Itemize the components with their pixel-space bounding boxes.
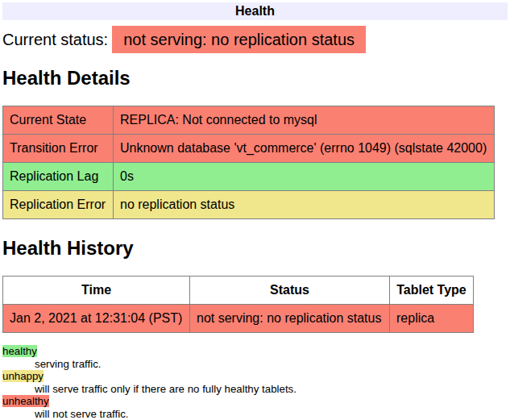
detail-row-current-state: Current State REPLICA: Not connected to … <box>3 106 495 135</box>
current-status-line: Current status:not serving: no replicati… <box>2 31 508 49</box>
health-history-table: Time Status Tablet Type Jan 2, 2021 at 1… <box>2 276 474 333</box>
page-title: Health <box>235 4 275 18</box>
detail-value: REPLICA: Not connected to mysql <box>114 106 495 135</box>
detail-label: Transition Error <box>3 135 114 163</box>
legend-term-unhappy: unhappy <box>2 370 44 382</box>
column-header-time: Time <box>3 277 190 305</box>
health-details-heading: Health Details <box>2 67 508 89</box>
history-tablet-type: replica <box>390 305 474 333</box>
legend-description-unhealthy: will not serve traffic. <box>35 408 508 420</box>
legend-term-unhealthy: unhealthy <box>2 395 49 407</box>
detail-label: Replication Lag <box>3 163 114 191</box>
detail-value: 0s <box>114 163 495 191</box>
column-header-tablet-type: Tablet Type <box>390 277 474 305</box>
legend-term-row: unhealthy <box>2 395 508 408</box>
history-status: not serving: no replication status <box>190 305 390 333</box>
health-details-table: Current State REPLICA: Not connected to … <box>2 106 495 219</box>
detail-label: Replication Error <box>3 191 114 219</box>
column-header-status: Status <box>190 277 390 305</box>
detail-row-replication-lag: Replication Lag 0s <box>3 163 495 191</box>
legend-term-row: healthy <box>2 345 508 358</box>
current-status-label: Current status: <box>2 31 108 48</box>
health-history-heading: Health History <box>2 237 508 260</box>
legend-term-row: unhappy <box>2 370 508 383</box>
page-header-bar: Health <box>2 2 508 20</box>
history-row: Jan 2, 2021 at 12:31:04 (PST) not servin… <box>3 305 474 333</box>
detail-value: no replication status <box>114 191 495 219</box>
status-legend: healthy serving traffic. unhappy will se… <box>2 345 508 420</box>
detail-row-transition-error: Transition Error Unknown database 'vt_co… <box>3 135 495 163</box>
legend-description-healthy: serving traffic. <box>35 358 508 371</box>
detail-row-replication-error: Replication Error no replication status <box>3 191 495 219</box>
legend-term-healthy: healthy <box>2 345 37 357</box>
current-status-badge: not serving: no replication status <box>112 26 366 53</box>
history-header-row: Time Status Tablet Type <box>3 277 474 305</box>
history-time: Jan 2, 2021 at 12:31:04 (PST) <box>3 305 190 333</box>
detail-label: Current State <box>3 106 114 135</box>
detail-value: Unknown database 'vt_commerce' (errno 10… <box>114 135 495 163</box>
legend-description-unhappy: will serve traffic only if there are no … <box>35 383 508 396</box>
